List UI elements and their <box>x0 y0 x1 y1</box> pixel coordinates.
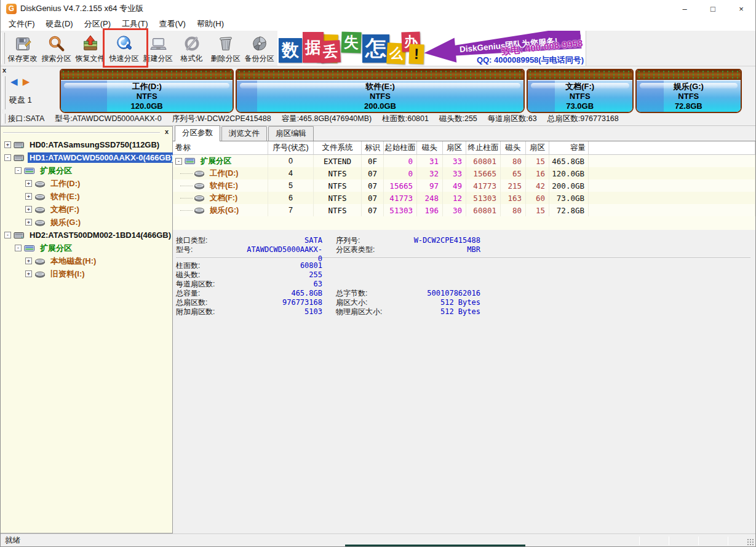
table-row-3[interactable]: 文档(F:)6NTFS074177324812513031636073.0GB <box>173 192 755 204</box>
detail-label: 每道扇区数: <box>176 280 245 289</box>
tree-item-10[interactable]: +旧资料(I:) <box>2 267 171 280</box>
expand-toggle-icon[interactable]: + <box>25 219 32 226</box>
tree-item-label[interactable]: 娱乐(G:) <box>49 216 82 229</box>
tree-connector <box>180 210 193 211</box>
prev-disk-arrow-icon[interactable]: ◀ <box>10 76 19 87</box>
column-header-2[interactable]: 文件系统 <box>314 141 362 154</box>
tree-item-3[interactable]: +工作(D:) <box>2 177 171 190</box>
table-row-2[interactable]: 软件(E:)5NTFS071566597494177321542200.0GB <box>173 179 755 192</box>
column-header-1[interactable]: 序号(状态) <box>268 141 314 154</box>
menu-item-5[interactable]: 帮助(H) <box>191 17 229 31</box>
maximize-button[interactable]: □ <box>699 0 727 17</box>
delete-partition-button[interactable]: 删除分区 <box>209 31 242 66</box>
tab-1[interactable]: 浏览文件 <box>221 126 267 141</box>
volume-label-cell[interactable]: -扩展分区 <box>173 155 268 167</box>
window-title: DiskGenius V4.7.2.155 x64 专业版 <box>20 3 143 14</box>
expand-toggle-icon[interactable]: - <box>4 232 11 238</box>
tree-item-label[interactable]: 工作(D:) <box>49 178 82 190</box>
info-row-gripper[interactable] <box>2 114 6 124</box>
expand-toggle-icon[interactable]: - <box>15 245 22 251</box>
tree-item-8[interactable]: -扩展分区 <box>2 242 171 254</box>
menu-item-2[interactable]: 分区(P) <box>79 17 116 31</box>
tree-item-label[interactable]: 本地磁盘(H:) <box>49 255 98 267</box>
tree-item-label[interactable]: 扩展分区 <box>38 165 74 177</box>
expand-toggle-icon[interactable]: - <box>15 167 22 174</box>
disk-info-item-1: 型号:ATAWDCWD5000AAKX-0 <box>55 114 161 124</box>
tree-item-2[interactable]: -扩展分区 <box>2 164 171 177</box>
table-row-1[interactable]: 工作(D:)4NTFS0703233156656516120.0GB <box>173 167 755 179</box>
expand-toggle-icon[interactable]: + <box>25 270 32 277</box>
tab-0[interactable]: 分区参数 <box>175 125 220 141</box>
panel-gripper[interactable] <box>2 76 6 109</box>
expand-toggle-icon[interactable]: + <box>25 180 32 187</box>
volume-label-cell[interactable]: 软件(E:) <box>173 179 268 192</box>
new-partition-button[interactable]: 新建分区 <box>141 31 175 66</box>
menu-item-1[interactable]: 硬盘(D) <box>41 17 79 31</box>
tree-item-0[interactable]: +HD0:ATASamsungSSD750(112GB) <box>2 138 171 151</box>
tree-item-1[interactable]: -HD1:ATAWDCWD5000AAKX-0(466GB) <box>2 151 171 164</box>
minimize-button[interactable]: – <box>670 0 699 17</box>
toolbar-gripper[interactable] <box>1 33 5 64</box>
tree-panel-close-icon[interactable]: x <box>165 128 169 135</box>
detail-label: 附加扇区数: <box>176 307 245 317</box>
tree-item-label[interactable]: HD2:ATAST500DM002-1BD14(466GB) <box>28 230 173 240</box>
ad-banner[interactable]: 数据丢失怎么办! DiskGenius团队为您服务! 致电: 400-008-9… <box>277 31 586 66</box>
table-cell: 41773 <box>466 179 501 192</box>
tree-item-label[interactable]: 扩展分区 <box>38 242 74 254</box>
column-header-6[interactable]: 扇区 <box>443 141 466 154</box>
recover-files-button[interactable]: 恢复文件 <box>73 31 107 66</box>
column-header-9[interactable]: 扇区 <box>526 141 549 154</box>
tree-item-label[interactable]: HD0:ATASamsungSSD750(112GB) <box>28 140 161 150</box>
format-button[interactable]: 格式化 <box>175 31 209 66</box>
expand-toggle-icon[interactable]: + <box>25 258 32 264</box>
close-button[interactable]: × <box>727 0 755 17</box>
detail-label: 柱面数: <box>176 261 245 270</box>
column-header-5[interactable]: 磁头 <box>417 141 443 154</box>
detail-row-bottom-3: 总容量:465.8GB总字节数:500107862016 <box>176 289 755 298</box>
detail-gap <box>322 289 336 298</box>
expand-toggle-icon[interactable]: + <box>25 206 32 213</box>
tree-item-5[interactable]: +文档(F:) <box>2 203 171 216</box>
save-changes-button[interactable]: 保存更改 <box>6 31 39 66</box>
partition-bar-3[interactable]: 娱乐(G:)NTFS72.8GB <box>635 69 742 113</box>
partition-bar-2[interactable]: 文档(F:)NTFS73.0GB <box>527 69 634 113</box>
column-header-0[interactable]: 卷标 <box>173 141 268 154</box>
tree-item-label[interactable]: 软件(E:) <box>49 191 82 203</box>
volume-icon <box>194 169 205 178</box>
column-header-8[interactable]: 磁头 <box>501 141 526 154</box>
volume-label-cell[interactable]: 工作(D:) <box>173 167 268 179</box>
table-row-4[interactable]: 娱乐(G:)7NTFS07513031963060801801572.8GB <box>173 204 755 216</box>
tab-2[interactable]: 扇区编辑 <box>268 126 314 141</box>
backup-partition-button[interactable]: 备份分区 <box>242 31 276 66</box>
menu-item-0[interactable]: 文件(F) <box>3 17 41 31</box>
column-header-7[interactable]: 终止柱面 <box>466 141 501 154</box>
partition-bar-0[interactable]: 工作(D:)NTFS120.0GB <box>60 69 234 113</box>
expand-toggle-icon[interactable]: - <box>4 154 11 161</box>
volume-label-cell[interactable]: 娱乐(G:) <box>173 204 268 216</box>
expand-toggle-icon[interactable]: + <box>25 193 32 200</box>
tree-item-7[interactable]: -HD2:ATAST500DM002-1BD14(466GB) <box>2 229 171 242</box>
next-disk-arrow-icon[interactable]: ▶ <box>23 76 31 87</box>
expand-toggle-icon[interactable]: + <box>4 141 11 148</box>
panel-close-icon[interactable]: x <box>2 66 6 74</box>
column-header-4[interactable]: 起始柱面 <box>384 141 417 154</box>
quick-partition-button[interactable]: 快速分区 <box>107 31 141 66</box>
tree-panel-header: x <box>3 130 170 136</box>
expand-toggle-icon[interactable]: - <box>175 158 182 165</box>
column-header-3[interactable]: 标识 <box>362 141 384 154</box>
tree-item-4[interactable]: +软件(E:) <box>2 190 171 203</box>
tree-item-label[interactable]: 文档(F:) <box>49 203 81 216</box>
tree-item-9[interactable]: +本地磁盘(H:) <box>2 254 171 267</box>
menu-item-4[interactable]: 查看(V) <box>154 17 191 31</box>
resize-grip[interactable] <box>747 538 754 546</box>
partition-bar-1[interactable]: 软件(E:)NTFS200.0GB <box>236 69 524 113</box>
volume-label-cell[interactable]: 文档(F:) <box>173 192 268 204</box>
column-header-10[interactable]: 容量 <box>549 141 589 154</box>
table-row-0[interactable]: -扩展分区0EXTEND0F03133608018015465.8GB <box>173 155 755 167</box>
menu-item-3[interactable]: 工具(T) <box>116 17 154 31</box>
tree-item-label[interactable]: 旧资料(I:) <box>49 268 87 280</box>
search-partition-button[interactable]: 搜索分区 <box>39 31 73 66</box>
tree-item-6[interactable]: +娱乐(G:) <box>2 216 171 229</box>
tree-item-label[interactable]: HD1:ATAWDCWD5000AAKX-0(466GB) <box>28 152 175 163</box>
detail-gap <box>322 298 336 307</box>
